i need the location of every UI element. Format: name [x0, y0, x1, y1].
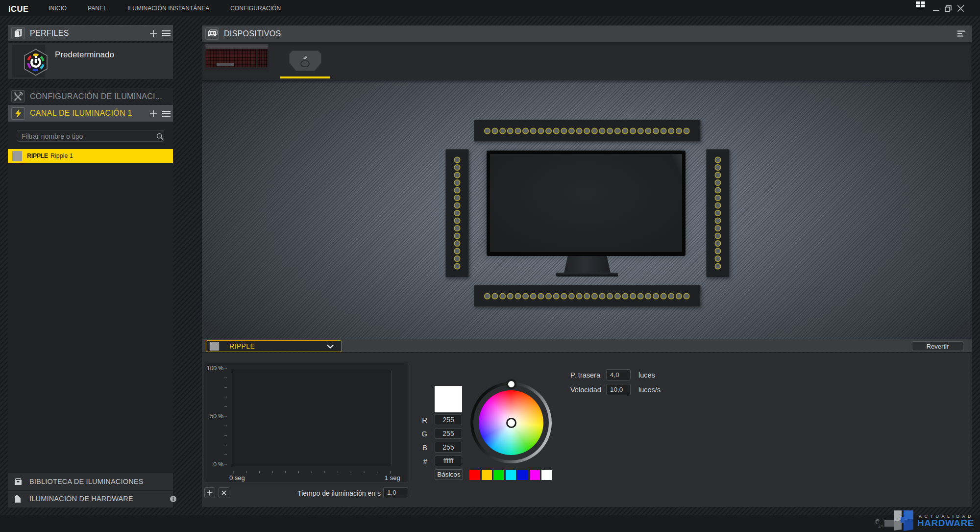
svg-text:HARDWARE: HARDWARE [917, 518, 974, 528]
svg-text:24: 24 [878, 524, 883, 529]
